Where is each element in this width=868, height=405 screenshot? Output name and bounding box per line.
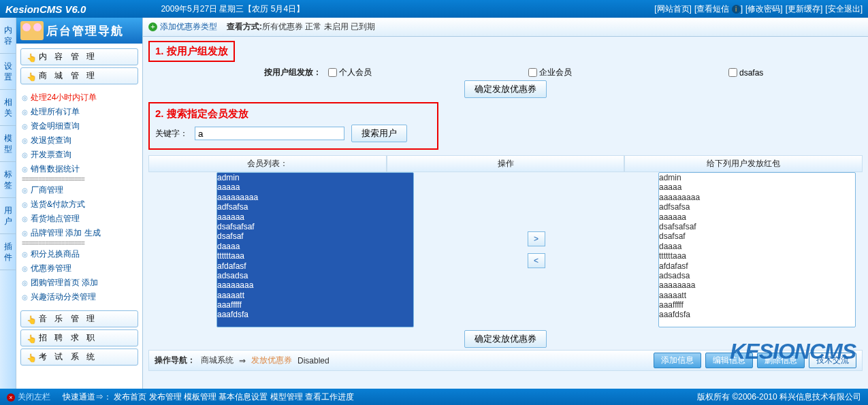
nav-brand[interactable]: 品牌管理 添加 生成	[22, 226, 137, 240]
target-list[interactable]: adminaaaaaaaaaaaaaaadfsafsaaaaaaadsafsaf…	[658, 172, 856, 327]
confirm-issue-button-2[interactable]: 确定发放优惠券	[464, 330, 547, 348]
hand-icon: 👆	[27, 53, 35, 61]
link-home[interactable]: [网站首页]	[654, 3, 692, 15]
col-members: 会员列表：	[148, 155, 387, 172]
btn-tech[interactable]: 技术交流	[809, 353, 856, 368]
nav-points[interactable]: 积分兑换商品	[22, 247, 137, 261]
close-left-panel[interactable]: ×关闭左栏	[7, 391, 50, 403]
nav-header: 后台管理导航	[16, 18, 142, 44]
annotation-1: 1. 按用户组发放	[148, 41, 235, 62]
move-left-button[interactable]: <	[528, 253, 545, 268]
link-sms[interactable]: [查看短信 i]	[694, 3, 743, 15]
nav-vendor[interactable]: 厂商管理	[22, 183, 137, 197]
rail-related[interactable]: 相关	[0, 90, 16, 126]
nav-allorders[interactable]: 处理所有订单	[22, 105, 137, 119]
btn-edit-info[interactable]: 编辑信息	[705, 353, 753, 368]
col-target: 给下列用户发放红包	[624, 155, 863, 172]
confirm-issue-button[interactable]: 确定发放优惠券	[464, 80, 547, 98]
keyword-label: 关键字：	[155, 128, 188, 140]
link-exit[interactable]: [安全退出]	[825, 3, 863, 15]
toolbar: +添加优惠券类型 查看方式:所有优惠券 正常 未启用 已到期	[143, 18, 868, 37]
view-mode: 查看方式:所有优惠券 正常 未启用 已到期	[227, 21, 375, 33]
nav-coupon[interactable]: 优惠券管理	[22, 261, 137, 276]
navbtn-content[interactable]: 👆内 容 管 理	[20, 48, 138, 65]
annotation-2-box: 2. 搜索指定会员发放 关键字： 搜索用户	[148, 102, 438, 150]
nav-funds[interactable]: 资金明细查询	[22, 119, 137, 133]
rail-tag[interactable]: 标签	[0, 162, 16, 198]
hand-icon: 👆	[27, 353, 35, 361]
ops-label: 操作导航：	[155, 355, 195, 366]
rail-settings[interactable]: 设置	[0, 54, 16, 90]
rail-bar: 内容 设置 相关 模型 标签 用户 插件	[0, 18, 16, 389]
rail-model[interactable]: 模型	[0, 126, 16, 162]
copyright: 版权所有 ©2006-2010 科兴信息技术有限公司	[697, 391, 861, 403]
nav-returns[interactable]: 发退货查询	[22, 133, 137, 148]
chk-personal[interactable]: 个人会员	[328, 67, 372, 78]
hand-icon: 👆	[27, 72, 35, 80]
nav-group[interactable]: 团购管理首页 添加	[22, 276, 137, 290]
nav-invoice[interactable]: 开发票查询	[22, 148, 137, 162]
col-ops: 操作	[387, 155, 625, 172]
hand-icon: 👆	[27, 315, 35, 323]
navbtn-music[interactable]: 👆音 乐 管 理	[20, 310, 138, 327]
nav-pickup[interactable]: 看货地点管理	[22, 212, 137, 226]
ops-path: 商城系统	[201, 355, 234, 366]
move-right-button[interactable]: >	[528, 231, 545, 246]
link-pwd[interactable]: [修改密码]	[745, 3, 783, 15]
btn-del-info[interactable]: 删除信息	[757, 353, 805, 368]
add-coupon-type[interactable]: +添加优惠券类型	[148, 21, 217, 33]
ops-bar: 操作导航： 商城系统 ⇒ 发放优惠券 Disabled 添加信息 编辑信息 删除…	[148, 350, 863, 371]
member-list[interactable]: adminaaaaaaaaaaaaaaadfsafsaaaaaaadsafsaf…	[216, 172, 414, 327]
nav-order24[interactable]: 处理24小时内订单	[22, 91, 137, 105]
rail-plugin[interactable]: 插件	[0, 234, 16, 270]
nav-sales[interactable]: 销售数据统计	[22, 162, 137, 176]
navbtn-job[interactable]: 👆招 聘 求 职	[20, 329, 138, 346]
rail-user[interactable]: 用户	[0, 198, 16, 234]
brand: KesionCMS V6.0	[5, 3, 86, 15]
navbtn-mall[interactable]: 👆商 城 管 理	[20, 67, 138, 84]
avatar-icon	[20, 21, 44, 40]
ops-current: 发放优惠券	[251, 355, 292, 366]
link-cache[interactable]: [更新缓存]	[786, 3, 823, 15]
chk-enterprise[interactable]: 企业会员	[528, 67, 572, 78]
chk-dsafas[interactable]: dsafas	[728, 68, 763, 78]
footer: ×关闭左栏 快速通道⇒： 发布首页 发布管理 模板管理 基本信息设置 模型管理 …	[0, 389, 868, 405]
top-links: [网站首页] [查看短信 i] [修改密码] [更新缓存] [安全退出]	[654, 3, 863, 15]
keyword-input[interactable]	[195, 127, 344, 140]
info-icon: i	[732, 5, 741, 14]
nav-ship[interactable]: 送货&付款方式	[22, 197, 137, 212]
date-text: 2009年5月27日 星期三【农历 5月4日】	[161, 3, 304, 15]
btn-add-info[interactable]: 添加信息	[654, 353, 701, 368]
nav-interest[interactable]: 兴趣活动分类管理	[22, 290, 137, 304]
group-label: 按用户组发放：	[264, 67, 321, 78]
topbar: KesionCMS V6.0 2009年5月27日 星期三【农历 5月4日】 […	[0, 0, 868, 18]
search-user-button[interactable]: 搜索用户	[351, 125, 407, 142]
plus-icon: +	[148, 22, 157, 31]
close-icon: ×	[7, 393, 15, 402]
quick-links[interactable]: 快速通道⇒： 发布首页 发布管理 模板管理 基本信息设置 模型管理 查看工作进度	[63, 391, 354, 403]
navbtn-exam[interactable]: 👆考 试 系 统	[20, 349, 138, 366]
hand-icon: 👆	[27, 334, 35, 342]
annotation-2: 2. 搜索指定会员发放	[155, 108, 432, 120]
rail-content[interactable]: 内容	[0, 18, 16, 54]
